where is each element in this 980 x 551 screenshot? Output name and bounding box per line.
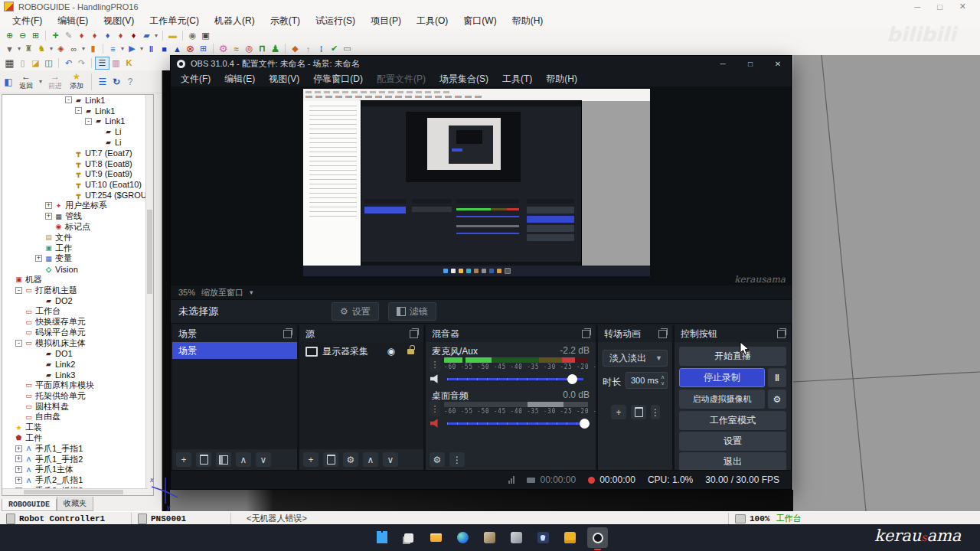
lock-icon[interactable]	[407, 349, 414, 354]
add-source-button[interactable]: +	[303, 452, 318, 467]
tool-orange-icon[interactable]	[289, 43, 302, 54]
robot-tool-icon[interactable]	[22, 43, 35, 54]
menu-item[interactable]: 帮助(H)	[505, 13, 551, 29]
tree-item[interactable]: UT:8 (Eoat8)	[2, 158, 153, 169]
channel-menu-icon[interactable]: ⋮	[430, 401, 440, 416]
studio-mode-button[interactable]: 工作室模式	[679, 411, 786, 430]
zoom-caret-icon[interactable]: ▾	[250, 289, 253, 296]
caret-icon[interactable]	[139, 43, 145, 54]
tree-item[interactable]: + 用户坐标系	[2, 201, 153, 211]
jog-move-icon[interactable]	[49, 30, 62, 41]
forward-button[interactable]: →前进	[45, 73, 65, 91]
remove-source-button[interactable]	[323, 452, 338, 467]
tree-item[interactable]: 工件	[2, 433, 153, 444]
tree-item[interactable]: 自由盘	[2, 412, 153, 422]
stop-icon[interactable]	[158, 43, 171, 54]
refresh-icon[interactable]: ↻	[110, 76, 122, 88]
add-scene-button[interactable]: +	[176, 452, 191, 467]
io-icon[interactable]	[315, 43, 328, 54]
menu-item[interactable]: 示教(T)	[263, 13, 308, 29]
scene-item[interactable]: 场景	[172, 342, 297, 359]
popout-icon[interactable]	[777, 330, 786, 338]
obs-menu-item[interactable]: 视图(V)	[262, 71, 306, 87]
save-icon[interactable]	[42, 57, 55, 69]
pause-recording-button[interactable]: ‖	[768, 368, 786, 387]
expand-toggle[interactable]: -	[75, 107, 82, 114]
expand-toggle[interactable]: -	[15, 340, 22, 347]
sep-icon[interactable]	[45, 31, 46, 41]
zoom-window-icon[interactable]	[29, 30, 42, 41]
target-icon[interactable]	[243, 43, 256, 54]
obs-preview-area[interactable]: kerausama	[171, 86, 792, 285]
doc-icon[interactable]	[16, 57, 29, 69]
popout-icon[interactable]	[658, 330, 667, 338]
start-streaming-button[interactable]: 开始直播	[679, 347, 786, 366]
flashlight-icon[interactable]	[3, 43, 16, 54]
menu-item[interactable]: 窗口(W)	[456, 13, 504, 29]
popout-icon[interactable]	[582, 330, 590, 338]
ruler-icon[interactable]	[166, 30, 179, 41]
zoom-out-icon[interactable]	[16, 30, 29, 41]
tree-item[interactable]: DO1	[2, 348, 153, 359]
scene-filters-button[interactable]	[216, 452, 231, 467]
tree-item[interactable]: - 打磨机主题	[2, 285, 153, 295]
sep-icon[interactable]	[285, 44, 286, 54]
tree-item[interactable]: Li	[2, 126, 153, 137]
caret-icon[interactable]	[48, 43, 54, 54]
mixer-menu-icon[interactable]: ⋮	[449, 452, 465, 467]
tree-item[interactable]: - Link1	[2, 95, 153, 106]
tree-item[interactable]: + 变量	[2, 253, 153, 264]
scene-up-button[interactable]: ∧	[236, 452, 251, 467]
filters-button[interactable]: 滤镜	[388, 302, 436, 321]
bottle-icon[interactable]	[87, 43, 100, 54]
tree-item[interactable]: + 手爪1_手指2	[2, 454, 153, 465]
virtual-camera-config-button[interactable]	[768, 390, 786, 409]
menu-item[interactable]: 机器人(R)	[207, 13, 263, 29]
lift-icon[interactable]	[302, 43, 315, 54]
sep-icon[interactable]	[103, 44, 103, 54]
app-notes-icon[interactable]	[560, 529, 579, 547]
panel-new-icon[interactable]	[341, 43, 354, 54]
mouse-icon[interactable]	[186, 30, 199, 41]
exit-button[interactable]: 退出	[679, 452, 786, 471]
expand-toggle[interactable]: +	[15, 455, 22, 462]
tree-item[interactable]: Link2	[2, 359, 153, 370]
tree-item[interactable]: 工作台	[2, 306, 153, 317]
obs-menu-item[interactable]: 文件(F)	[174, 71, 217, 87]
source-item[interactable]: 显示器采集 ◉	[299, 342, 423, 360]
expand-toggle[interactable]: -	[65, 96, 72, 103]
sep-icon[interactable]	[91, 58, 92, 68]
robot-torch-icon[interactable]	[35, 43, 48, 54]
tree-item[interactable]: + 手爪1主体	[2, 465, 153, 475]
expand-toggle[interactable]: +	[15, 445, 22, 452]
caret-icon[interactable]	[80, 43, 87, 54]
menu-item[interactable]: 编辑(E)	[50, 13, 96, 29]
jog-frame-icon[interactable]	[88, 30, 101, 41]
obs-active-icon[interactable]	[587, 527, 608, 548]
profile-icon[interactable]	[54, 43, 67, 54]
obs-menu-item[interactable]: 编辑(E)	[217, 71, 262, 87]
transition-select[interactable]: 淡入淡出▼	[603, 350, 668, 367]
remove-scene-button[interactable]	[196, 452, 211, 467]
tree-item[interactable]: UT:10 (Eoat10)	[2, 179, 153, 190]
expand-toggle[interactable]: +	[15, 477, 22, 484]
tree-item[interactable]: UT:254 ($GROUP[1]	[2, 190, 153, 201]
source-up-button[interactable]: ∧	[363, 452, 378, 467]
obs-titlebar[interactable]: OBS 31.0.4 - 配置文件: 未命名 - 场景: 未命名 ─ □ ✕	[171, 56, 792, 71]
tree-item[interactable]: DO2	[2, 295, 153, 306]
sep-icon[interactable]	[182, 31, 183, 41]
obs-menu-item[interactable]: 配置文件(P)	[370, 71, 433, 87]
tree-list-icon[interactable]: ☰	[96, 76, 109, 88]
frame-green-icon[interactable]	[256, 43, 269, 54]
tree-item[interactable]: 文件	[2, 232, 153, 243]
menu-item[interactable]: 视图(V)	[96, 13, 142, 29]
tree-item[interactable]: UT:9 (Eoat9)	[2, 169, 153, 180]
tree-item[interactable]: + 手爪2_爪指1	[2, 475, 153, 486]
scene-down-button[interactable]: ∨	[256, 452, 271, 467]
play-icon[interactable]	[126, 43, 139, 54]
popout-icon[interactable]	[410, 330, 418, 338]
tree-item[interactable]: 圆柱料盘	[2, 401, 153, 412]
undo-icon[interactable]	[62, 57, 75, 69]
zoom-fit-label[interactable]: 缩放至窗口	[201, 287, 243, 298]
menu-item[interactable]: 试运行(S)	[308, 13, 363, 29]
